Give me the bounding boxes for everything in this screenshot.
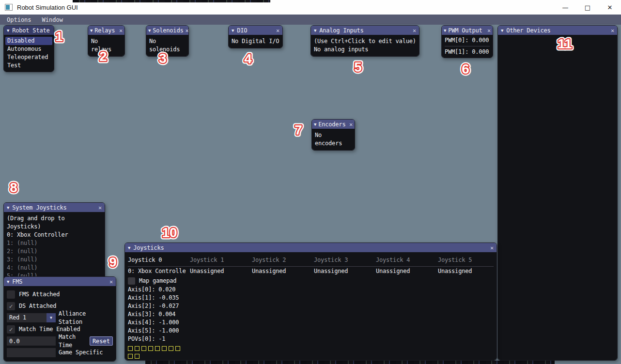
alliance-station-select[interactable]: Red 1 ▼: [7, 313, 56, 322]
collapse-icon[interactable]: ▼: [232, 28, 234, 33]
collapse-icon[interactable]: ▼: [501, 28, 503, 33]
annotation-7: 7: [295, 122, 302, 137]
joysticks-body: Joystick 0 Joystick 1 Joystick 2 Joystic…: [125, 252, 497, 360]
solenoids-titlebar[interactable]: ▼ Solenoids ✕: [146, 26, 188, 35]
menu-window[interactable]: Window: [38, 16, 67, 23]
chevron-down-icon[interactable]: ▼: [47, 313, 56, 322]
panel-title: Encoders: [318, 121, 345, 128]
ds-attached-checkbox[interactable]: ✓: [7, 302, 15, 310]
map-gamepad-checkbox[interactable]: [128, 277, 135, 285]
joystick-5-assignment[interactable]: Unassigned: [438, 267, 500, 275]
robot-state-body: Disabled Autonomous Teleoperated Test: [4, 35, 54, 72]
joystick-1-assignment[interactable]: Unassigned: [190, 267, 252, 275]
close-icon[interactable]: ✕: [276, 27, 279, 34]
panel-robot-state: ▼ Robot State Disabled Autonomous Teleop…: [3, 25, 54, 72]
system-joystick-item[interactable]: 1: (null): [7, 239, 102, 247]
joystick-button-indicator: [169, 346, 173, 351]
collapse-icon[interactable]: ▼: [128, 245, 130, 250]
minimize-button[interactable]: —: [554, 0, 576, 15]
close-icon[interactable]: ✕: [185, 27, 188, 34]
match-time-row: Match Time Reset: [7, 336, 113, 346]
system-joystick-item[interactable]: 2: (null): [7, 247, 102, 256]
panel-joysticks: ▼ Joysticks ✕ Joystick 0 Joystick 1 Joys…: [124, 243, 497, 361]
reset-button[interactable]: Reset: [90, 336, 113, 346]
collapse-icon[interactable]: ▼: [444, 28, 446, 33]
solenoids-body: No solenoids: [146, 35, 188, 56]
match-time-enabled-checkbox[interactable]: ✓: [7, 325, 15, 334]
analog-content: No analog inputs: [314, 46, 416, 54]
close-icon[interactable]: ✕: [109, 278, 113, 285]
encoders-body: No encoders: [312, 129, 355, 150]
joystick-button-indicator: [141, 346, 146, 351]
collapse-icon[interactable]: ▼: [148, 28, 151, 33]
collapse-icon[interactable]: ▼: [7, 279, 9, 284]
fms-titlebar[interactable]: ▼ FMS ✕: [4, 277, 116, 286]
fms-attached-checkbox[interactable]: [7, 290, 15, 299]
joystick-2-assignment[interactable]: Unassigned: [252, 267, 314, 275]
panel-pwm-outputs: ▼ PWM Output ✕ PWM[0]: 0.000 PWM[1]: 0.0…: [441, 25, 493, 58]
close-icon[interactable]: ✕: [98, 204, 102, 211]
alliance-station-label: Alliance Station: [59, 310, 113, 326]
analog-inputs-titlebar[interactable]: ▼ Analog Inputs ✕: [311, 26, 419, 35]
joystick-button-indicator: [135, 346, 140, 351]
menu-options[interactable]: Options: [3, 16, 35, 23]
encoders-titlebar[interactable]: ▼ Encoders ✕: [312, 120, 355, 129]
collapse-icon[interactable]: ▼: [314, 28, 316, 33]
collapse-icon[interactable]: ▼: [90, 28, 93, 33]
collapse-icon[interactable]: ▼: [7, 205, 9, 210]
match-time-input[interactable]: [7, 336, 56, 346]
game-specific-label: Game Specific: [59, 349, 103, 357]
annotation-1: 1: [55, 29, 63, 44]
system-joysticks-hint: (Drag and drop to Joysticks): [7, 214, 102, 231]
robot-state-autonomous[interactable]: Autonomous: [5, 45, 52, 53]
axis-3-value: Axis[3]: 0.004: [128, 310, 190, 318]
fms-body: FMS Attached ✓ DS Attached Red 1 ▼ Allia…: [4, 286, 116, 361]
relays-titlebar[interactable]: ▼ Relays ✕: [88, 26, 124, 35]
annotation-6: 6: [462, 61, 469, 76]
robot-state-disabled[interactable]: Disabled: [5, 37, 52, 45]
robot-state-teleoperated[interactable]: Teleoperated: [5, 53, 52, 61]
system-joysticks-titlebar[interactable]: ▼ System Joysticks ✕: [4, 203, 105, 212]
system-joystick-item[interactable]: 3: (null): [7, 256, 102, 264]
analog-hint: (Use Ctrl+Click to edit value): [314, 37, 416, 46]
pwm-titlebar[interactable]: ▼ PWM Output ✕: [442, 26, 493, 35]
maximize-button[interactable]: □: [576, 0, 599, 15]
map-gamepad-label: Map gamepad: [139, 277, 176, 285]
annotation-10: 10: [162, 225, 177, 240]
close-icon[interactable]: ✕: [611, 27, 614, 34]
panel-title: Relays: [94, 27, 115, 34]
robot-state-test[interactable]: Test: [5, 61, 52, 70]
analog-inputs-body: (Use Ctrl+Click to edit value) No analog…: [311, 35, 419, 56]
panel-title: FMS: [12, 278, 22, 285]
svg-text:4: 4: [244, 51, 252, 66]
system-joystick-item[interactable]: 0: Xbox Controller: [7, 231, 102, 239]
joystick-0-assignment[interactable]: 0: Xbox Controlle: [128, 267, 190, 275]
panel-solenoids: ▼ Solenoids ✕ No solenoids: [146, 25, 189, 57]
annotation-4: 4: [244, 51, 252, 66]
other-devices-titlebar[interactable]: ▼ Other Devices ✕: [498, 26, 617, 35]
joystick-4-assignment[interactable]: Unassigned: [376, 267, 438, 275]
panel-title: Other Devices: [506, 27, 550, 34]
joysticks-titlebar[interactable]: ▼ Joysticks ✕: [125, 243, 497, 252]
joystick-1-header: Joystick 1: [190, 256, 252, 264]
close-icon[interactable]: ✕: [349, 121, 353, 128]
close-icon[interactable]: ✕: [490, 244, 494, 251]
robot-state-titlebar[interactable]: ▼ Robot State: [4, 26, 54, 35]
joystick-3-assignment[interactable]: Unassigned: [314, 267, 376, 275]
map-gamepad-row: Map gamepad: [128, 276, 190, 285]
svg-text:6: 6: [462, 61, 469, 76]
annotation-8: 8: [10, 180, 17, 195]
axis-5-value: Axis[5]: -1.000: [128, 327, 190, 335]
match-time-label: Match Time: [59, 333, 87, 349]
close-icon[interactable]: ✕: [413, 27, 416, 34]
system-joystick-item[interactable]: 4: (null): [7, 264, 102, 272]
ds-attached-label: DS Attached: [19, 302, 56, 310]
game-specific-input[interactable]: [7, 348, 56, 357]
close-button[interactable]: ✕: [599, 0, 621, 15]
collapse-icon[interactable]: ▼: [314, 122, 316, 127]
collapse-icon[interactable]: ▼: [7, 28, 9, 33]
close-icon[interactable]: ✕: [487, 27, 491, 34]
dio-titlebar[interactable]: ▼ DIO ✕: [229, 26, 282, 35]
close-icon[interactable]: ✕: [119, 27, 123, 34]
joystick-button-indicator: [128, 346, 133, 351]
